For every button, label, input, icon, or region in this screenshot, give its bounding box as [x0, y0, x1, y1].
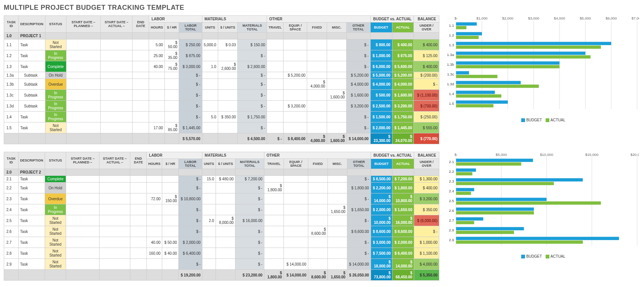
svg-rect-73 — [456, 221, 474, 224]
svg-text:$20,000: $20,000 — [630, 153, 639, 157]
page-title: MULTIPLE PROJECT BUDGET TRACKING TEMPLAT… — [4, 4, 640, 12]
table-row[interactable]: 2.4TaskIn Progress $ - $ - $ 1,650.00$ 1… — [4, 204, 439, 215]
table-row[interactable]: 1.4TaskIn Progress $ - 5.0$ 350.00$ 1,75… — [4, 112, 439, 122]
svg-text:$15,000: $15,000 — [585, 153, 599, 157]
budget-table: TASK IDDESCRIPTIONSTATUSSTART DATE – PLA… — [4, 152, 439, 281]
svg-rect-32 — [456, 71, 469, 74]
svg-rect-72 — [456, 217, 483, 221]
svg-text:$-: $- — [454, 153, 458, 157]
svg-rect-67 — [456, 201, 601, 205]
chart-legend: BUDGETACTUAL — [444, 254, 639, 258]
table-row[interactable]: 1.2TaskIn Progress 25.00$ 35.00$ 875.00 … — [4, 50, 439, 61]
svg-text:1.4: 1.4 — [449, 92, 454, 96]
svg-text:$5,000: $5,000 — [496, 153, 507, 157]
svg-text:$7,000: $7,000 — [632, 16, 639, 20]
totals-row: $ 19,200.00$ 23,200.00 $ 1,800.00$ 14,00… — [4, 270, 439, 281]
svg-rect-36 — [456, 85, 539, 88]
totals-row: $ 5,570.00$ 4,500.00 $ -$ 8,400.00$ 4,00… — [4, 133, 439, 144]
svg-text:1.3: 1.3 — [449, 43, 454, 47]
svg-text:2.7: 2.7 — [449, 218, 454, 222]
svg-rect-60 — [456, 178, 583, 181]
svg-rect-27 — [456, 55, 591, 59]
svg-rect-55 — [456, 162, 522, 166]
table-row[interactable]: 1.1TaskNot Started 5.00$ 50.00$ 250.00 5… — [4, 39, 439, 50]
svg-rect-38 — [456, 91, 495, 94]
table-row[interactable]: 1.3dSubtaskIn Progress $ - $ - $ 3,200.0… — [4, 101, 439, 112]
svg-text:2.4: 2.4 — [449, 189, 454, 193]
svg-text:$3,000: $3,000 — [528, 16, 539, 20]
svg-rect-42 — [456, 104, 494, 107]
table-row[interactable]: 2.3TaskOverdue 72.00$ 150.00$ 10,800.00 … — [4, 193, 439, 204]
table-row[interactable]: 2.9TaskNot Started $ - $ - $ 14,000.00$ … — [4, 259, 439, 270]
svg-text:1.2: 1.2 — [449, 33, 454, 37]
svg-text:$6,000: $6,000 — [606, 16, 617, 20]
table-row[interactable]: 2.7TaskNot Started 40.00$ 50.00$ 2,000.0… — [4, 237, 439, 248]
svg-text:1.3a: 1.3a — [447, 53, 454, 57]
svg-rect-41 — [456, 100, 508, 104]
svg-rect-33 — [456, 75, 498, 78]
table-row[interactable]: 2.8TaskNot Started 160.00$ 40.00$ 6,400.… — [4, 248, 439, 259]
svg-text:$1,000: $1,000 — [476, 16, 487, 20]
svg-text:1.1: 1.1 — [449, 23, 454, 27]
svg-rect-79 — [456, 240, 583, 244]
svg-text:1.3b: 1.3b — [447, 62, 454, 66]
svg-text:1.3d: 1.3d — [447, 82, 454, 86]
table-row[interactable]: 1.3aSubtaskOn Hold $ - $ - $ 5,200.00$ 5… — [4, 72, 439, 79]
svg-rect-20 — [456, 32, 482, 35]
svg-rect-29 — [456, 61, 560, 65]
table-row[interactable]: 2.5TaskNot Started $ - 2.0$ 8,000.00$ 16… — [4, 215, 439, 226]
svg-rect-75 — [456, 227, 524, 230]
svg-rect-66 — [456, 198, 547, 201]
svg-text:2.1: 2.1 — [449, 160, 454, 164]
svg-rect-30 — [456, 65, 560, 68]
svg-rect-54 — [456, 159, 533, 162]
svg-rect-61 — [456, 182, 554, 185]
svg-rect-63 — [456, 188, 474, 191]
svg-text:$-: $- — [454, 16, 458, 20]
svg-text:1.3c: 1.3c — [447, 72, 454, 76]
budget-table: TASK IDDESCRIPTIONSTATUSSTART DATE – PLA… — [4, 15, 439, 144]
svg-text:$5,000: $5,000 — [580, 16, 591, 20]
svg-rect-35 — [456, 81, 521, 84]
svg-text:2.9: 2.9 — [449, 238, 454, 242]
svg-rect-23 — [456, 42, 611, 45]
svg-text:$10,000: $10,000 — [540, 153, 554, 157]
table-row[interactable]: 2.6TaskNot Started $ - $ - $ 8,600.00$ 8… — [4, 226, 439, 237]
chart-legend: BUDGETACTUAL — [444, 118, 639, 122]
svg-rect-21 — [456, 36, 479, 39]
bar-chart: $-$5,000$10,000$15,000$20,0002.12.22.32.… — [444, 152, 639, 253]
svg-text:2.2: 2.2 — [449, 169, 454, 174]
svg-rect-18 — [456, 26, 467, 29]
svg-rect-58 — [456, 172, 472, 175]
svg-rect-76 — [456, 231, 514, 234]
svg-text:2.6: 2.6 — [449, 208, 454, 213]
svg-rect-24 — [456, 45, 601, 49]
table-row[interactable]: 1.3bSubtaskOverdue $ - $ - $ 4,000.00$ 4… — [4, 79, 439, 90]
table-row[interactable]: 1.5TaskNot Started 17.00$ 85.00$ 1,445.0… — [4, 122, 439, 133]
svg-rect-64 — [456, 192, 471, 195]
svg-text:$2,000: $2,000 — [502, 16, 513, 20]
svg-rect-78 — [456, 237, 619, 240]
bar-chart: $-$1,000$2,000$3,000$4,000$5,000$6,000$7… — [444, 15, 639, 116]
svg-text:$4,000: $4,000 — [554, 16, 565, 20]
table-row[interactable]: 1.3cSubtaskIn Progress $ - $ - $ 1,600.0… — [4, 90, 439, 101]
svg-rect-26 — [456, 51, 585, 55]
table-row[interactable]: 2.2TaskOn Hold $ - $ - $ 1,800.00$ 1,800… — [4, 183, 439, 193]
svg-rect-57 — [456, 168, 476, 172]
svg-rect-39 — [456, 94, 502, 98]
svg-rect-17 — [456, 22, 477, 26]
svg-text:2.5: 2.5 — [449, 199, 454, 203]
table-row[interactable]: 2.1TaskComplete $ - 15.0$ 480.00$ 7,200.… — [4, 176, 439, 183]
project-header-row: 2.0PROJECT 2 — [4, 169, 439, 176]
svg-text:2.3: 2.3 — [449, 179, 454, 183]
svg-text:2.8: 2.8 — [449, 228, 454, 232]
project-header-row: 1.0PROJECT 1 — [4, 33, 439, 39]
table-row[interactable]: 1.3TaskComplete 40.00$ 75.00$ 3,000.00 1… — [4, 61, 439, 72]
svg-rect-70 — [456, 211, 534, 214]
svg-text:1.5: 1.5 — [449, 101, 454, 106]
svg-rect-69 — [456, 207, 534, 211]
